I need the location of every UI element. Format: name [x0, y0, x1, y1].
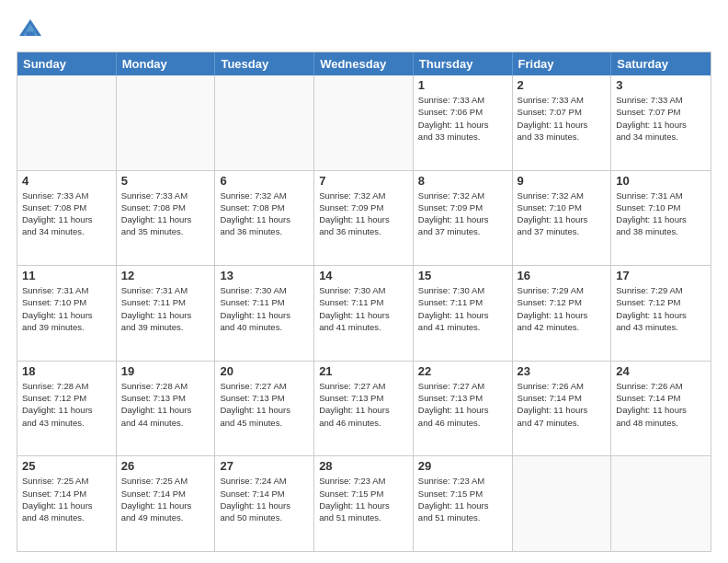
calendar-cell: 28Sunrise: 7:23 AM Sunset: 7:15 PM Dayli…: [314, 456, 414, 551]
day-info: Sunrise: 7:33 AM Sunset: 7:07 PM Dayligh…: [616, 94, 706, 143]
day-number: 23: [518, 364, 607, 378]
day-info: Sunrise: 7:26 AM Sunset: 7:14 PM Dayligh…: [616, 380, 706, 429]
day-info: Sunrise: 7:25 AM Sunset: 7:14 PM Dayligh…: [22, 475, 111, 523]
calendar-cell: 17Sunrise: 7:29 AM Sunset: 7:12 PM Dayli…: [611, 266, 711, 361]
day-number: 21: [319, 364, 408, 378]
calendar-cell: [513, 456, 612, 551]
day-number: 4: [22, 174, 111, 188]
day-number: 17: [616, 269, 706, 282]
day-number: 15: [418, 269, 507, 282]
day-number: 5: [121, 174, 210, 188]
day-info: Sunrise: 7:24 AM Sunset: 7:14 PM Dayligh…: [220, 475, 309, 523]
calendar-cell: [117, 75, 216, 170]
header-cell-monday: Monday: [117, 52, 216, 75]
day-info: Sunrise: 7:25 AM Sunset: 7:14 PM Dayligh…: [121, 475, 210, 523]
day-number: 28: [319, 459, 408, 473]
calendar-cell: 26Sunrise: 7:25 AM Sunset: 7:14 PM Dayli…: [117, 456, 216, 551]
calendar-row-1: 4Sunrise: 7:33 AM Sunset: 7:08 PM Daylig…: [17, 170, 711, 266]
calendar-cell: 16Sunrise: 7:29 AM Sunset: 7:12 PM Dayli…: [513, 266, 612, 361]
calendar-cell: 14Sunrise: 7:30 AM Sunset: 7:11 PM Dayli…: [314, 266, 414, 361]
header: [17, 17, 711, 44]
header-cell-thursday: Thursday: [414, 52, 513, 75]
day-number: 10: [616, 174, 706, 188]
page: SundayMondayTuesdayWednesdayThursdayFrid…: [0, 0, 728, 563]
day-info: Sunrise: 7:23 AM Sunset: 7:15 PM Dayligh…: [319, 475, 408, 523]
calendar-cell: 7Sunrise: 7:32 AM Sunset: 7:09 PM Daylig…: [314, 171, 414, 266]
calendar-cell: 3Sunrise: 7:33 AM Sunset: 7:07 PM Daylig…: [611, 75, 711, 170]
day-info: Sunrise: 7:32 AM Sunset: 7:09 PM Dayligh…: [418, 190, 507, 238]
day-info: Sunrise: 7:26 AM Sunset: 7:14 PM Dayligh…: [518, 380, 607, 429]
header-cell-tuesday: Tuesday: [215, 52, 314, 75]
day-info: Sunrise: 7:33 AM Sunset: 7:08 PM Dayligh…: [22, 190, 111, 238]
header-cell-wednesday: Wednesday: [314, 52, 414, 75]
calendar-cell: 24Sunrise: 7:26 AM Sunset: 7:14 PM Dayli…: [611, 362, 711, 456]
calendar-cell: 4Sunrise: 7:33 AM Sunset: 7:08 PM Daylig…: [17, 171, 117, 266]
day-info: Sunrise: 7:30 AM Sunset: 7:11 PM Dayligh…: [220, 284, 309, 333]
day-number: 18: [22, 364, 111, 378]
day-info: Sunrise: 7:29 AM Sunset: 7:12 PM Dayligh…: [518, 284, 607, 333]
day-number: 22: [418, 364, 507, 378]
calendar-cell: 22Sunrise: 7:27 AM Sunset: 7:13 PM Dayli…: [414, 362, 513, 456]
day-number: 27: [220, 459, 309, 473]
day-info: Sunrise: 7:28 AM Sunset: 7:13 PM Dayligh…: [121, 380, 210, 429]
calendar-cell: 13Sunrise: 7:30 AM Sunset: 7:11 PM Dayli…: [215, 266, 314, 361]
day-number: 29: [418, 459, 507, 473]
calendar-cell: [611, 456, 711, 551]
calendar-row-4: 25Sunrise: 7:25 AM Sunset: 7:14 PM Dayli…: [17, 455, 711, 551]
day-info: Sunrise: 7:29 AM Sunset: 7:12 PM Dayligh…: [616, 284, 706, 333]
calendar-cell: 2Sunrise: 7:33 AM Sunset: 7:07 PM Daylig…: [513, 75, 612, 170]
day-number: 7: [319, 174, 408, 188]
day-number: 20: [220, 364, 309, 378]
day-number: 2: [518, 78, 607, 92]
day-info: Sunrise: 7:31 AM Sunset: 7:11 PM Dayligh…: [121, 284, 210, 333]
calendar-cell: 1Sunrise: 7:33 AM Sunset: 7:06 PM Daylig…: [414, 75, 513, 170]
day-number: 25: [22, 459, 111, 473]
calendar-row-0: 1Sunrise: 7:33 AM Sunset: 7:06 PM Daylig…: [17, 75, 711, 170]
calendar-cell: 21Sunrise: 7:27 AM Sunset: 7:13 PM Dayli…: [314, 362, 414, 456]
day-number: 16: [518, 269, 607, 282]
day-info: Sunrise: 7:32 AM Sunset: 7:09 PM Dayligh…: [319, 190, 408, 238]
day-info: Sunrise: 7:33 AM Sunset: 7:06 PM Dayligh…: [418, 94, 507, 143]
calendar-cell: [314, 75, 414, 170]
calendar-body: 1Sunrise: 7:33 AM Sunset: 7:06 PM Daylig…: [17, 75, 711, 551]
header-cell-saturday: Saturday: [611, 52, 711, 75]
day-info: Sunrise: 7:28 AM Sunset: 7:12 PM Dayligh…: [22, 380, 111, 429]
day-info: Sunrise: 7:31 AM Sunset: 7:10 PM Dayligh…: [22, 284, 111, 333]
calendar-cell: 5Sunrise: 7:33 AM Sunset: 7:08 PM Daylig…: [117, 171, 216, 266]
svg-rect-2: [27, 32, 35, 37]
calendar-cell: 12Sunrise: 7:31 AM Sunset: 7:11 PM Dayli…: [117, 266, 216, 361]
calendar-cell: 29Sunrise: 7:23 AM Sunset: 7:15 PM Dayli…: [414, 456, 513, 551]
day-number: 14: [319, 269, 408, 282]
calendar-cell: 10Sunrise: 7:31 AM Sunset: 7:10 PM Dayli…: [611, 171, 711, 266]
day-info: Sunrise: 7:32 AM Sunset: 7:08 PM Dayligh…: [220, 190, 309, 238]
day-info: Sunrise: 7:27 AM Sunset: 7:13 PM Dayligh…: [319, 380, 408, 429]
day-number: 13: [220, 269, 309, 282]
day-info: Sunrise: 7:33 AM Sunset: 7:08 PM Dayligh…: [121, 190, 210, 238]
calendar-cell: [17, 75, 117, 170]
day-info: Sunrise: 7:30 AM Sunset: 7:11 PM Dayligh…: [418, 284, 507, 333]
day-number: 19: [121, 364, 210, 378]
calendar-row-2: 11Sunrise: 7:31 AM Sunset: 7:10 PM Dayli…: [17, 265, 711, 361]
day-number: 26: [121, 459, 210, 473]
calendar-cell: 11Sunrise: 7:31 AM Sunset: 7:10 PM Dayli…: [17, 266, 117, 361]
day-number: 24: [616, 364, 706, 378]
calendar: SundayMondayTuesdayWednesdayThursdayFrid…: [17, 52, 711, 552]
day-number: 12: [121, 269, 210, 282]
calendar-cell: 6Sunrise: 7:32 AM Sunset: 7:08 PM Daylig…: [215, 171, 314, 266]
day-number: 11: [22, 269, 111, 282]
calendar-cell: 23Sunrise: 7:26 AM Sunset: 7:14 PM Dayli…: [513, 362, 612, 456]
calendar-cell: 15Sunrise: 7:30 AM Sunset: 7:11 PM Dayli…: [414, 266, 513, 361]
day-info: Sunrise: 7:30 AM Sunset: 7:11 PM Dayligh…: [319, 284, 408, 333]
day-number: 3: [616, 78, 706, 92]
calendar-cell: 8Sunrise: 7:32 AM Sunset: 7:09 PM Daylig…: [414, 171, 513, 266]
logo: [17, 17, 48, 44]
calendar-cell: 20Sunrise: 7:27 AM Sunset: 7:13 PM Dayli…: [215, 362, 314, 456]
day-info: Sunrise: 7:31 AM Sunset: 7:10 PM Dayligh…: [616, 190, 706, 238]
calendar-cell: [215, 75, 314, 170]
calendar-cell: 9Sunrise: 7:32 AM Sunset: 7:10 PM Daylig…: [513, 171, 612, 266]
day-number: 6: [220, 174, 309, 188]
calendar-header-row: SundayMondayTuesdayWednesdayThursdayFrid…: [17, 52, 711, 75]
day-info: Sunrise: 7:27 AM Sunset: 7:13 PM Dayligh…: [418, 380, 507, 429]
calendar-cell: 27Sunrise: 7:24 AM Sunset: 7:14 PM Dayli…: [215, 456, 314, 551]
day-info: Sunrise: 7:32 AM Sunset: 7:10 PM Dayligh…: [518, 190, 607, 238]
